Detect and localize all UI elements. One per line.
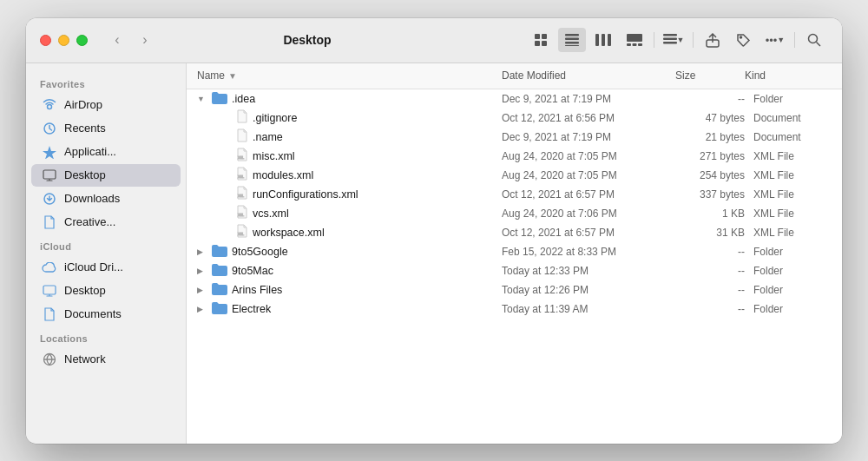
file-name: .name xyxy=(253,131,283,143)
table-row[interactable]: ▶ ElectrekToday at 11:39 AM--Folder xyxy=(187,300,842,319)
sidebar-item-documents[interactable]: Documents xyxy=(31,303,181,326)
table-row[interactable]: XML workspace.xmlOct 12, 2021 at 6:57 PM… xyxy=(187,223,842,242)
airdrop-icon xyxy=(42,97,57,113)
file-kind: Folder xyxy=(745,246,832,258)
svg-rect-16 xyxy=(663,38,677,41)
svg-rect-12 xyxy=(627,43,631,46)
column-date-header[interactable]: Date Modified xyxy=(502,69,675,82)
column-kind-header[interactable]: Kind xyxy=(745,69,832,82)
file-kind: Document xyxy=(745,112,832,124)
table-row[interactable]: XML vcs.xmlAug 24, 2020 at 7:06 PM1 KBXM… xyxy=(187,204,842,223)
disclosure-triangle[interactable]: ▼ xyxy=(197,95,207,103)
gallery-view-icon xyxy=(627,34,642,46)
search-button[interactable] xyxy=(800,28,828,52)
file-name: misc.xml xyxy=(253,150,295,162)
table-row[interactable]: ▶ Arins FilesToday at 12:26 PM--Folder xyxy=(187,280,842,300)
file-date: Today at 12:26 PM xyxy=(502,284,675,296)
favorites-label: Favorites xyxy=(26,72,186,93)
creative-icon xyxy=(42,214,57,230)
column-name-header[interactable]: Name ▼ xyxy=(197,69,502,82)
xml-icon: XML xyxy=(236,186,248,202)
table-row[interactable]: XML misc.xmlAug 24, 2020 at 7:05 PM271 b… xyxy=(187,147,842,166)
file-name: Arins Files xyxy=(232,284,282,296)
table-row[interactable]: ▶ 9to5MacToday at 12:33 PM--Folder xyxy=(187,261,842,280)
sidebar-item-creative[interactable]: Creative... xyxy=(31,211,181,234)
svg-rect-0 xyxy=(535,34,540,39)
file-date: Aug 24, 2020 at 7:06 PM xyxy=(502,207,675,220)
sidebar-item-desktop[interactable]: Desktop xyxy=(31,164,181,187)
svg-rect-24 xyxy=(43,170,56,179)
desktop-label: Desktop xyxy=(64,168,106,181)
table-row[interactable]: ▶ 9to5GoogleFeb 15, 2022 at 8:33 PM--Fol… xyxy=(187,242,842,261)
disclosure-triangle[interactable]: ▶ xyxy=(197,305,207,313)
group-button[interactable]: ▼ xyxy=(660,28,687,52)
table-row[interactable]: .gitignoreOct 12, 2021 at 6:56 PM47 byte… xyxy=(187,109,842,128)
doc-icon xyxy=(236,128,248,145)
file-date: Feb 15, 2022 at 8:33 PM xyxy=(502,246,675,258)
xml-icon: XML xyxy=(236,205,248,221)
file-kind: XML File xyxy=(745,150,832,162)
sidebar-item-recents[interactable]: Recents xyxy=(31,117,181,140)
sidebar-item-network[interactable]: Network xyxy=(31,348,181,371)
svg-rect-15 xyxy=(663,34,677,36)
more-button[interactable]: ••• ▼ xyxy=(761,28,789,52)
tag-button[interactable] xyxy=(730,28,758,52)
column-view-button[interactable] xyxy=(589,28,617,52)
close-button[interactable] xyxy=(40,35,51,46)
titlebar: ‹ › Desktop xyxy=(26,18,842,63)
list-view-button[interactable] xyxy=(558,28,586,52)
gallery-view-button[interactable] xyxy=(621,28,648,52)
group-icon xyxy=(663,34,677,46)
svg-rect-1 xyxy=(542,34,547,39)
window-title: Desktop xyxy=(98,33,516,47)
airdrop-label: AirDrop xyxy=(64,98,102,111)
main-content: Favorites AirDrop xyxy=(26,63,842,444)
file-name: .gitignore xyxy=(253,112,297,124)
svg-point-22 xyxy=(48,104,52,109)
sidebar-item-icloud-drive[interactable]: iCloud Dri... xyxy=(31,256,181,279)
icon-view-button[interactable] xyxy=(527,28,555,52)
documents-icon xyxy=(42,306,57,322)
svg-rect-5 xyxy=(565,38,579,41)
column-size-header[interactable]: Size xyxy=(675,69,745,82)
file-list: ▼ .ideaDec 9, 2021 at 7:19 PM--Folder .g… xyxy=(187,89,842,444)
file-size: -- xyxy=(675,284,745,296)
share-icon xyxy=(706,32,720,48)
doc-icon xyxy=(236,109,248,126)
sidebar-item-downloads[interactable]: Downloads xyxy=(31,188,181,210)
sidebar-item-airdrop[interactable]: AirDrop xyxy=(31,94,181,116)
svg-rect-9 xyxy=(602,34,605,46)
finder-window: ‹ › Desktop xyxy=(26,18,842,444)
file-kind: Folder xyxy=(745,303,832,315)
icloud-drive-icon xyxy=(42,260,57,275)
share-button[interactable] xyxy=(699,28,727,52)
maximize-button[interactable] xyxy=(76,35,88,46)
folder-icon xyxy=(212,244,227,260)
sidebar: Favorites AirDrop xyxy=(26,63,187,444)
svg-rect-3 xyxy=(542,41,547,46)
table-row[interactable]: ▼ .ideaDec 9, 2021 at 7:19 PM--Folder xyxy=(187,89,842,109)
table-row[interactable]: XML modules.xmlAug 24, 2020 at 7:05 PM25… xyxy=(187,166,842,185)
svg-text:XML: XML xyxy=(238,175,245,179)
sidebar-item-icloud-desktop[interactable]: Desktop xyxy=(31,280,181,302)
svg-rect-13 xyxy=(633,43,637,46)
toolbar-right: ▼ ••• ▼ xyxy=(527,28,828,52)
tag-icon xyxy=(737,33,751,47)
svg-text:XML: XML xyxy=(238,213,245,217)
file-date: Today at 11:39 AM xyxy=(502,303,675,315)
table-row[interactable]: .nameDec 9, 2021 at 7:19 PM21 bytesDocum… xyxy=(187,128,842,147)
minimize-button[interactable] xyxy=(58,35,69,46)
creative-label: Creative... xyxy=(64,215,115,228)
table-row[interactable]: XML runConfigurations.xmlOct 12, 2021 at… xyxy=(187,185,842,204)
file-name: 9to5Mac xyxy=(232,265,273,277)
svg-line-21 xyxy=(817,43,821,47)
file-kind: Folder xyxy=(745,284,832,296)
traffic-lights xyxy=(40,35,88,46)
xml-icon: XML xyxy=(236,167,248,183)
file-date: Dec 9, 2021 at 7:19 PM xyxy=(502,131,675,143)
recents-icon xyxy=(42,121,57,136)
disclosure-triangle[interactable]: ▶ xyxy=(197,286,207,294)
disclosure-triangle[interactable]: ▶ xyxy=(197,247,207,256)
disclosure-triangle[interactable]: ▶ xyxy=(197,267,207,275)
sidebar-item-applications[interactable]: Applicati... xyxy=(31,141,181,163)
